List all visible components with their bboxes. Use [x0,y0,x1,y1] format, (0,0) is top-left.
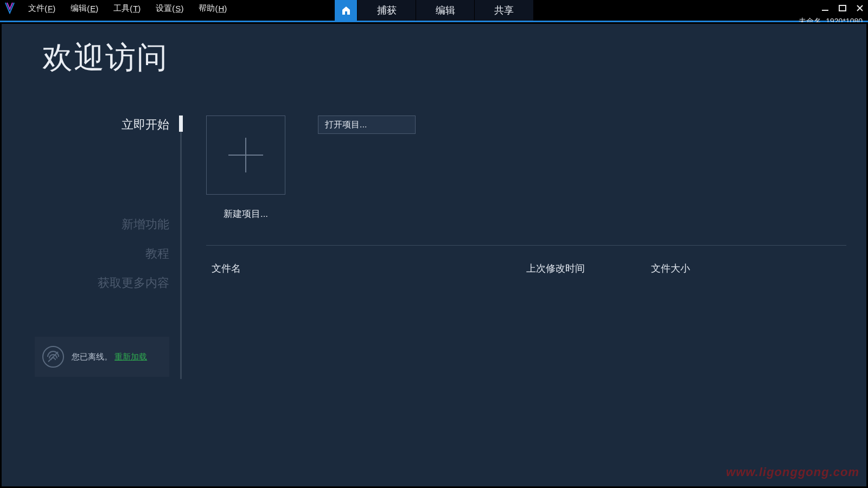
new-project-box [206,115,285,195]
welcome-side-nav: 立即开始 新增功能 教程 获取更多内容 [16,115,179,292]
menu-settings-hotkey: S [175,4,181,13]
window-controls [820,0,865,16]
menu-edit-hotkey: E [90,4,95,13]
menu-tools-hotkey: T [133,4,138,13]
menu-settings-label: 设置 [156,3,172,14]
recent-divider [206,245,846,246]
new-project-label: 新建项目... [224,208,268,220]
offline-notice: 您已离线。 重新加载 [35,337,169,377]
tab-home[interactable] [335,0,358,21]
menu-help[interactable]: 帮助(H) [191,0,234,16]
minimize-button[interactable] [820,3,830,13]
app-logo-icon [4,2,15,14]
plus-icon [228,138,263,172]
menu-help-label: 帮助 [199,3,215,14]
offline-label: 您已离线。 [72,352,112,361]
nav-active-marker [179,115,183,132]
nav-start-now[interactable]: 立即开始 [122,115,179,134]
column-filename: 文件名 [206,262,526,275]
mode-tabs: 捕获 编辑 共享 [335,0,533,21]
welcome-panel: 欢迎访问 立即开始 新增功能 教程 获取更多内容 您已离线。 重新加载 [2,24,866,486]
nav-get-more-content[interactable]: 获取更多内容 [98,274,179,292]
svg-rect-1 [839,5,846,11]
menu-file-label: 文件 [28,3,44,14]
watermark: www.ligonggong.com [726,465,859,479]
menu-tools[interactable]: 工具(T) [106,0,148,16]
welcome-content: 新建项目... 打开项目... 文件名 上次修改时间 文件大小 [206,115,846,275]
action-row: 新建项目... 打开项目... [206,115,846,220]
column-last-modified: 上次修改时间 [526,262,651,275]
stage: 欢迎访问 立即开始 新增功能 教程 获取更多内容 您已离线。 重新加载 [0,22,868,488]
offline-text: 您已离线。 重新加载 [72,351,147,363]
column-filesize: 文件大小 [651,262,846,275]
maximize-button[interactable] [838,3,847,13]
nav-tutorials[interactable]: 教程 [145,245,179,263]
welcome-title: 欢迎访问 [42,37,168,79]
menu-edit[interactable]: 编辑(E) [63,0,106,16]
recent-table-header: 文件名 上次修改时间 文件大小 [206,262,846,275]
nav-divider [180,115,182,379]
tab-edit[interactable]: 编辑 [416,0,475,21]
menu-settings[interactable]: 设置(S) [148,0,191,16]
menu-file[interactable]: 文件(F) [21,0,63,16]
close-button[interactable] [855,3,865,13]
offline-icon [42,346,64,368]
menu-help-hotkey: H [218,4,224,13]
menu-file-hotkey: F [48,4,53,13]
tab-share[interactable]: 共享 [475,0,533,21]
new-project-tile[interactable]: 新建项目... [206,115,285,220]
menu-edit-label: 编辑 [71,3,87,14]
svg-rect-0 [822,10,828,11]
home-icon [341,5,352,16]
menu-tools-label: 工具 [113,3,130,14]
open-project-button[interactable]: 打开项目... [318,115,416,134]
offline-reload-link[interactable]: 重新加载 [114,352,147,361]
nav-whats-new[interactable]: 新增功能 [122,215,179,234]
tab-capture[interactable]: 捕获 [358,0,416,21]
